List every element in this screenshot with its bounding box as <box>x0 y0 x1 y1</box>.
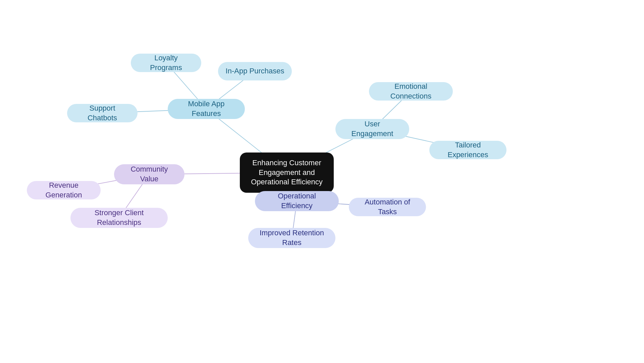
loyalty-node: Loyalty Programs <box>131 54 201 72</box>
inapp-node: In-App Purchases <box>218 62 292 80</box>
emotional-node: Emotional Connections <box>369 82 453 101</box>
mobile-app-node: Mobile App Features <box>168 99 245 119</box>
user-engagement-node: User Engagement <box>335 119 409 139</box>
community-node: Community Value <box>114 164 184 184</box>
tailored-node: Tailored Experiences <box>429 141 506 159</box>
stronger-node: Stronger Client Relationships <box>70 208 168 228</box>
chatbots-node: Support Chatbots <box>67 104 138 122</box>
automation-node: Automation of Tasks <box>349 198 426 216</box>
center-node: Enhancing Customer Engagement and Operat… <box>240 153 334 193</box>
revenue-node: Revenue Generation <box>27 181 101 199</box>
retention-node: Improved Retention Rates <box>248 228 335 248</box>
operational-node: Operational Efficiency <box>255 191 339 211</box>
mindmap-canvas: Enhancing Customer Engagement and Operat… <box>0 0 644 363</box>
